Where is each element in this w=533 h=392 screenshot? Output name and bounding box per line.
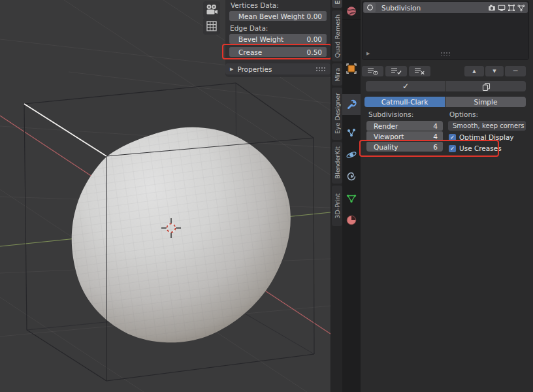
duplicate-modifier-button[interactable] — [446, 81, 526, 91]
tab-group-separator — [342, 19, 361, 20]
modifier-name: Subdivision — [376, 4, 488, 12]
material-icon — [346, 214, 357, 226]
down-arrow-icon: ▼ — [493, 69, 496, 74]
render-subdivisions-slider[interactable]: Render 4 — [366, 121, 443, 131]
tab-constraint-properties[interactable] — [342, 168, 361, 185]
modifier-list-footer: ▶ — [363, 50, 528, 58]
checkbox-checked-icon[interactable]: ✓ — [449, 145, 456, 152]
checkbox-checked-icon[interactable]: ✓ — [449, 134, 456, 141]
expand-arrow-icon: ▶ — [225, 67, 237, 72]
render-toggle-icon[interactable] — [488, 4, 496, 12]
up-arrow-icon: ▲ — [472, 69, 476, 74]
tab-particle-properties[interactable] — [342, 125, 361, 142]
tab-physics-properties[interactable] — [342, 146, 361, 163]
3d-viewport[interactable]: Vertices Data: Mean Bevel Weight 0.00 Ed… — [0, 0, 331, 392]
modifier-list[interactable]: Subdivision — [362, 1, 529, 60]
sidebar-tab-mira[interactable]: Mira — [332, 63, 342, 86]
subsurf-modifier-icon — [364, 3, 376, 12]
use-creases-checkbox-row[interactable]: ✓ Use Creases — [449, 144, 502, 152]
options-label: Options: — [449, 110, 478, 118]
sidebar-tab-eye-designer[interactable]: Eye Designer — [332, 88, 342, 140]
edge-data-label: Edge Data: — [230, 24, 268, 32]
object-data-icon — [346, 193, 357, 204]
apply-all-button[interactable] — [385, 66, 407, 76]
world-icon — [346, 5, 357, 17]
tab-modifier-properties[interactable] — [342, 94, 361, 115]
particles-icon — [346, 127, 357, 139]
vertices-data-label: Vertices Data: — [231, 1, 279, 9]
viewport-subdivisions-slider[interactable]: Viewport 4 — [366, 131, 443, 141]
tab-world-properties[interactable] — [342, 3, 361, 20]
apply-modifier-button[interactable]: ✓ — [366, 81, 445, 91]
uv-smooth-dropdown[interactable]: Smooth, keep corners — [448, 121, 526, 131]
remove-all-button[interactable] — [409, 66, 430, 76]
tab-object-properties[interactable] — [342, 60, 361, 77]
render-animation-button[interactable] — [203, 1, 220, 18]
copy-icon — [482, 82, 491, 91]
tab-object-data-properties[interactable] — [342, 190, 361, 207]
physics-icon — [346, 149, 357, 161]
properties-tab-column — [342, 0, 361, 392]
list-resize-grip-icon[interactable] — [440, 52, 451, 56]
apply-list-icon — [391, 67, 402, 75]
viewport-toggle-icon[interactable] — [498, 4, 506, 12]
catmull-clark-button[interactable]: Catmull-Clark — [364, 97, 445, 107]
minus-icon: − — [512, 69, 518, 74]
properties-panel-label: Properties — [237, 65, 272, 73]
constraints-icon — [346, 171, 357, 182]
properties-editor: Subdivision — [361, 0, 533, 392]
grid-tool-button[interactable] — [203, 18, 220, 35]
check-icon: ✓ — [402, 82, 409, 91]
simple-button[interactable]: Simple — [445, 97, 526, 107]
sidebar-tab-3d-print[interactable]: 3D-Print — [332, 186, 342, 226]
optimal-display-checkbox-row[interactable]: ✓ Optimal Display — [449, 133, 514, 141]
mean-bevel-weight-field[interactable]: Mean Bevel Weight 0.00 — [229, 11, 327, 21]
on-cage-toggle-icon[interactable] — [517, 4, 525, 12]
movie-camera-icon — [205, 4, 218, 16]
sidebar-tab-edit[interactable]: Edit — [332, 0, 342, 8]
modifier-list-item[interactable]: Subdivision — [363, 2, 528, 13]
panel-grip-icon[interactable] — [315, 67, 325, 71]
remove-modifier-button[interactable]: − — [505, 66, 526, 76]
sidebar-tab-blenderkit[interactable]: BlenderKit — [332, 142, 342, 184]
quality-slider[interactable]: Quality 6 — [366, 142, 443, 152]
grid-icon — [206, 20, 218, 32]
creased-edge-highlight — [24, 104, 106, 156]
visibility-list-icon — [367, 67, 379, 75]
sidebar-tab-quad-remesh[interactable]: Quad Remesh — [332, 10, 342, 61]
properties-panel-header[interactable]: ▶ Properties — [225, 63, 331, 74]
object-icon — [346, 63, 357, 74]
subdivided-mesh[interactable] — [72, 127, 291, 343]
blender-window: Vertices Data: Mean Bevel Weight 0.00 Ed… — [0, 0, 533, 392]
edit-mode-toggle-icon[interactable] — [508, 4, 515, 12]
remove-list-icon — [414, 67, 426, 75]
tab-material-properties[interactable] — [342, 212, 361, 229]
move-modifier-down-button[interactable]: ▼ — [485, 66, 504, 76]
n-panel: Vertices Data: Mean Bevel Weight 0.00 Ed… — [225, 0, 331, 77]
expand-arrow-icon[interactable]: ▶ — [366, 51, 370, 56]
bevel-weight-field[interactable]: Bevel Weight 0.00 — [229, 34, 327, 44]
wrench-icon — [346, 99, 357, 110]
crease-field[interactable]: Crease 0.50 — [229, 47, 327, 57]
move-modifier-up-button[interactable]: ▲ — [464, 66, 484, 76]
subdivisions-label: Subdivisions: — [368, 110, 413, 118]
sidebar-tab-strip: Edit Quad Remesh Mira Eye Designer Blend… — [331, 0, 342, 392]
toggle-visibility-all-button[interactable] — [362, 66, 383, 76]
